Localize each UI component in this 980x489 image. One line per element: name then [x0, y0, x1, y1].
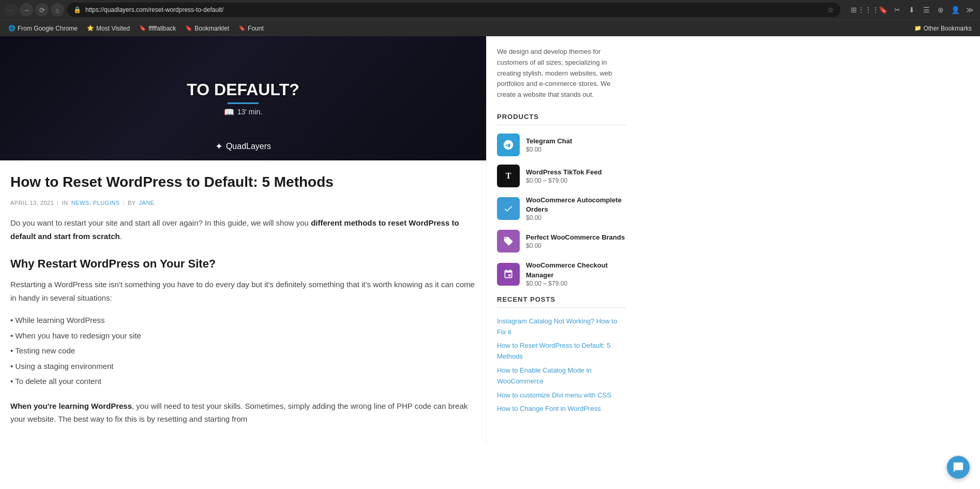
- article-in-label: IN: [62, 200, 68, 206]
- article-by-label: BY: [128, 200, 136, 206]
- bookmark-most-visited[interactable]: ⭐ Most Visited: [83, 23, 134, 34]
- most-visited-icon: ⭐: [87, 25, 94, 32]
- quadlayers-logo-icon: ✦: [215, 141, 223, 152]
- chrome-icon: 🌐: [8, 25, 16, 32]
- sidebar-icon[interactable]: ☰: [920, 4, 932, 16]
- hero-title: TO DEFAULT?: [187, 80, 299, 99]
- product-price-brands: $0.00: [526, 242, 625, 249]
- security-icon: 🔒: [73, 6, 81, 13]
- download-icon[interactable]: ⬇: [906, 4, 918, 16]
- expand-icon[interactable]: ≫: [963, 4, 976, 16]
- hero-branding: ✦ QuadLayers: [215, 141, 271, 152]
- article-meta: APRIL 13, 2021 | IN NEWS, PLUGINS | BY J…: [10, 200, 476, 206]
- section1-paragraph: Restarting a WordPress site isn't someth…: [10, 278, 476, 304]
- home-button[interactable]: ⌂: [51, 3, 64, 17]
- recent-posts-title: RECENT POSTS: [497, 295, 626, 308]
- product-price-checkout: $0.00 – $79.00: [526, 280, 626, 287]
- product-item-telegram[interactable]: Telegram Chat $0.00: [497, 134, 626, 156]
- woo-check-icon: [497, 197, 520, 220]
- product-info-checkout: WooCommerce Checkout Manager $0.00 – $79…: [526, 261, 626, 287]
- recent-post-link-4[interactable]: How to customize Divi menu with CSS: [497, 390, 626, 401]
- bookmark-icon: 🔖: [139, 25, 146, 32]
- forward-button[interactable]: →: [20, 3, 33, 17]
- screenshot-icon[interactable]: ✂: [891, 4, 903, 16]
- sidebar-description: We design and develop themes for custome…: [497, 47, 626, 100]
- product-info-brands: Perfect WooCommerce Brands $0.00: [526, 233, 625, 249]
- telegram-icon: [497, 134, 520, 156]
- list-item: Testing new code: [10, 343, 476, 359]
- recent-post-link-1[interactable]: Instagram Catalog Not Working? How to Fi…: [497, 316, 626, 338]
- hero-image: TO DEFAULT? 📖 13' min. ✦ QuadLayers: [0, 36, 486, 160]
- bookmark-label: Bookmarklet: [194, 25, 229, 32]
- recent-posts-section: RECENT POSTS Instagram Catalog Not Worki…: [497, 295, 626, 414]
- product-price-woo-autocomplete: $0.00: [526, 214, 626, 221]
- nav-controls: ← → ⟳ ⌂: [4, 3, 64, 17]
- article-author[interactable]: JANE: [139, 200, 155, 206]
- product-item-woo-autocomplete[interactable]: WooCommerce Autocomplete Orders $0.00: [497, 196, 626, 221]
- back-button[interactable]: ←: [4, 3, 18, 17]
- read-time: 13' min.: [237, 108, 263, 116]
- bookmark-google-chrome[interactable]: 🌐 From Google Chrome: [4, 23, 82, 34]
- recent-post-link-2[interactable]: How to Reset WordPress to Default: 5 Met…: [497, 340, 626, 362]
- more-menu-icon[interactable]: ⋮⋮⋮: [862, 4, 875, 16]
- bookmark-label: From Google Chrome: [18, 25, 78, 32]
- profile-icon[interactable]: 👤: [949, 4, 961, 16]
- brand-name: QuadLayers: [226, 142, 271, 151]
- article-body: How to Reset WordPress to Default: 5 Met…: [0, 160, 486, 444]
- bookmark-star-icon[interactable]: ☆: [827, 6, 834, 14]
- url-text: https://quadlayers.com/reset-wordpress-t…: [85, 6, 823, 13]
- intro-suffix: .: [120, 232, 122, 241]
- address-bar[interactable]: 🔒 https://quadlayers.com/reset-wordpress…: [67, 3, 840, 17]
- product-item-tiktok[interactable]: T WordPress TikTok Feed $0.00 – $79.00: [497, 165, 626, 187]
- page-container: TO DEFAULT? 📖 13' min. ✦ QuadLayers How …: [0, 36, 980, 444]
- bookmark-label: Other Bookmarks: [924, 25, 972, 32]
- product-info-telegram: Telegram Chat $0.00: [526, 137, 572, 153]
- bookmark-icon: 🔖: [238, 25, 246, 32]
- hero-underline: [228, 102, 259, 104]
- tiktok-icon: T: [497, 165, 520, 187]
- article-title: How to Reset WordPress to Default: 5 Met…: [10, 173, 476, 191]
- bookmark-label: Most Visited: [96, 25, 130, 32]
- para-bold: When you're learning WordPress: [10, 402, 132, 410]
- product-item-checkout[interactable]: WooCommerce Checkout Manager $0.00 – $79…: [497, 261, 626, 287]
- folder-icon: 📁: [914, 25, 922, 32]
- browser-chrome: ← → ⟳ ⌂ 🔒 https://quadlayers.com/reset-w…: [0, 0, 980, 20]
- product-name-telegram[interactable]: Telegram Chat: [526, 137, 572, 146]
- section1-heading: Why Restart WordPress on Your Site?: [10, 257, 476, 271]
- bookmark-other[interactable]: 📁 Other Bookmarks: [910, 23, 976, 34]
- bullet-list: While learning WordPress When you have t…: [10, 313, 476, 389]
- bookmark-label: Fount: [248, 25, 264, 32]
- product-info-tiktok: WordPress TikTok Feed $0.00 – $79.00: [526, 168, 602, 184]
- pocket-icon[interactable]: 🔖: [877, 4, 889, 16]
- main-content: TO DEFAULT? 📖 13' min. ✦ QuadLayers How …: [0, 36, 486, 444]
- list-item: When you have to redesign your site: [10, 328, 476, 344]
- bookmarks-bar: 🌐 From Google Chrome ⭐ Most Visited 🔖 ff…: [0, 20, 980, 36]
- meta-separator: |: [57, 200, 58, 206]
- zoom-icon[interactable]: ⊕: [934, 4, 947, 16]
- product-name-brands[interactable]: Perfect WooCommerce Brands: [526, 233, 625, 242]
- product-item-brands[interactable]: Perfect WooCommerce Brands $0.00: [497, 230, 626, 253]
- hero-meta: 📖 13' min.: [224, 107, 263, 117]
- sidebar: We design and develop themes for custome…: [486, 36, 636, 444]
- article-categories[interactable]: NEWS, PLUGINS: [71, 200, 120, 206]
- list-item: To delete all your content: [10, 374, 476, 389]
- bookmark-fffffallback[interactable]: 🔖 fffffallback: [135, 23, 180, 34]
- product-price-tiktok: $0.00 – $79.00: [526, 177, 602, 184]
- product-info-woo-autocomplete: WooCommerce Autocomplete Orders $0.00: [526, 196, 626, 221]
- product-name-woo-autocomplete[interactable]: WooCommerce Autocomplete Orders: [526, 196, 626, 214]
- section2-paragraph: When you're learning WordPress, you will…: [10, 399, 476, 426]
- checkout-icon: [497, 263, 520, 286]
- brands-icon: [497, 230, 520, 253]
- recent-post-link-5[interactable]: How to Change Font in WordPress: [497, 404, 626, 414]
- reload-button[interactable]: ⟳: [35, 3, 49, 17]
- bookmark-label: fffffallback: [148, 25, 176, 32]
- product-name-tiktok[interactable]: WordPress TikTok Feed: [526, 168, 602, 177]
- product-name-checkout[interactable]: WooCommerce Checkout Manager: [526, 261, 626, 279]
- article-date: APRIL 13, 2021: [10, 200, 54, 206]
- recent-post-link-3[interactable]: How to Enable Catalog Mode in WooCommerc…: [497, 365, 626, 387]
- bookmark-fount[interactable]: 🔖 Fount: [234, 23, 268, 34]
- book-icon: 📖: [224, 107, 234, 117]
- bookmark-bookmarklet[interactable]: 🔖 Bookmarklet: [181, 23, 233, 34]
- chat-bubble-button[interactable]: [947, 456, 970, 479]
- product-price-telegram: $0.00: [526, 146, 572, 153]
